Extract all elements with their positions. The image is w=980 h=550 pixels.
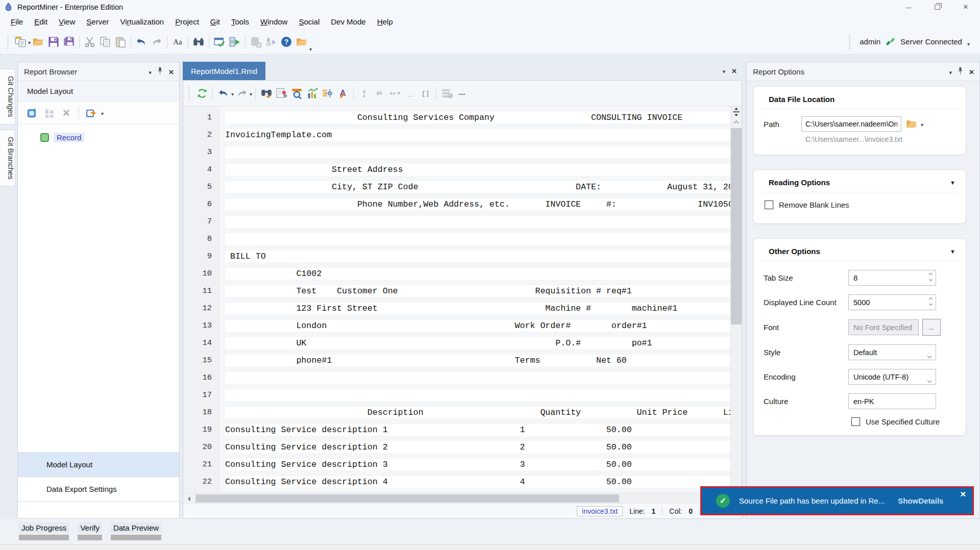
- git-side-tab[interactable]: Git Changes: [0, 69, 15, 124]
- sort-alphanumeric-button[interactable]: [387, 86, 402, 101]
- doc-line[interactable]: 1 Consulting Services Company CONSULTING…: [183, 109, 730, 126]
- panel-close-icon[interactable]: [969, 67, 974, 76]
- doc-line[interactable]: 3: [183, 143, 730, 161]
- toolbar-overflow-caret-icon[interactable]: [309, 44, 312, 53]
- doc-line[interactable]: 18 Description Quantity Unit Price Line: [183, 404, 730, 421]
- browse-folder-icon[interactable]: [906, 119, 917, 129]
- use-specified-culture-checkbox[interactable]: [851, 417, 860, 426]
- status-bar-caret-icon[interactable]: [967, 39, 970, 48]
- doc-line[interactable]: 22 Consulting Service description 4 4 50…: [183, 473, 730, 490]
- line-text[interactable]: 123 First Street Machine # machine#1: [225, 303, 730, 314]
- doc-line[interactable]: 9 BILL TO: [183, 247, 730, 265]
- find-next-button[interactable]: [259, 86, 274, 101]
- bottom-tab[interactable]: Data Preview: [111, 522, 161, 540]
- doc-line[interactable]: 20 Consulting Service description 2 2 50…: [183, 438, 730, 456]
- sort-az-button[interactable]: [357, 86, 372, 101]
- horizontal-scroll-thumb[interactable]: [195, 494, 619, 503]
- delete-node-button[interactable]: [59, 105, 74, 120]
- toolbar-grip[interactable]: [848, 35, 851, 49]
- editor-redo-button[interactable]: [234, 86, 249, 101]
- cut-button[interactable]: [82, 34, 97, 49]
- bottom-tab[interactable]: Job Progress: [19, 522, 69, 540]
- scroll-up-icon[interactable]: [734, 121, 739, 126]
- line-text[interactable]: Consulting Service description 3 3 50.00: [225, 459, 730, 470]
- menu-item[interactable]: Project: [169, 15, 205, 28]
- collapse-caret-icon[interactable]: [950, 248, 955, 255]
- preview-field-button[interactable]: [289, 86, 304, 101]
- sidebar-item-data-export-settings[interactable]: Data Export Settings: [18, 477, 179, 501]
- line-text[interactable]: Consulting Service description 4 4 50.00: [225, 476, 730, 488]
- copy-button[interactable]: [97, 34, 113, 49]
- panel-close-icon[interactable]: [168, 67, 174, 76]
- minimize-button[interactable]: [894, 0, 923, 14]
- line-text[interactable]: C1002: [225, 268, 730, 280]
- open-button[interactable]: [31, 34, 46, 49]
- doc-line[interactable]: 14 UK P.O.# po#1: [183, 334, 730, 352]
- menu-item[interactable]: File: [5, 15, 29, 28]
- font-button[interactable]: [170, 34, 185, 49]
- doc-line[interactable]: 4 Street Address: [183, 161, 730, 178]
- spin-down-icon[interactable]: [929, 302, 933, 306]
- undo-button[interactable]: [134, 34, 149, 49]
- undo-caret-icon[interactable]: [231, 89, 234, 98]
- run-report-button[interactable]: [227, 34, 242, 49]
- line-text[interactable]: [225, 372, 730, 384]
- line-text[interactable]: [225, 216, 730, 228]
- split-view-handle[interactable]: [733, 108, 740, 118]
- tab-list-caret-icon[interactable]: [723, 66, 726, 76]
- brackets-button[interactable]: [418, 86, 433, 101]
- doc-line[interactable]: 10 C1002: [183, 265, 730, 282]
- tab-reportmodel1[interactable]: ReportModel1.Rmd: [183, 62, 265, 80]
- menu-item[interactable]: Git: [205, 15, 226, 28]
- line-text[interactable]: Street Address: [225, 164, 730, 176]
- line-text[interactable]: Phone Number,Web Address, etc. INVOICE #…: [225, 198, 730, 210]
- doc-line[interactable]: 13 London Work Order# order#1: [183, 317, 730, 334]
- preview-model-button[interactable]: [212, 34, 227, 49]
- import-run-button[interactable]: [263, 34, 279, 49]
- sidebar-item-model-layout[interactable]: Model Layout: [18, 452, 179, 477]
- export-layout-button[interactable]: [84, 105, 99, 120]
- line-text[interactable]: Consulting Service description 1 1 50.00: [225, 424, 730, 436]
- doc-line[interactable]: 5 City, ST ZIP Code DATE: August 31, 202: [183, 178, 730, 195]
- add-collection-button[interactable]: [41, 105, 57, 120]
- path-history-caret-icon[interactable]: [921, 119, 923, 129]
- save-all-button[interactable]: [61, 34, 77, 49]
- verify-database-button[interactable]: [439, 86, 454, 101]
- find-button[interactable]: [191, 34, 206, 49]
- collapse-caret-icon[interactable]: [950, 180, 955, 186]
- chart-button[interactable]: [305, 86, 320, 101]
- tree-item-record[interactable]: Record: [18, 131, 179, 144]
- menu-item[interactable]: Window: [255, 15, 293, 28]
- doc-line[interactable]: 7: [183, 213, 730, 230]
- line-text[interactable]: [225, 389, 730, 401]
- tab-close-icon[interactable]: [731, 66, 737, 76]
- line-text[interactable]: London Work Order# order#1: [225, 320, 730, 332]
- horizontal-scrollbar[interactable]: [183, 493, 742, 503]
- spin-up-icon[interactable]: [929, 273, 933, 277]
- git-side-tab[interactable]: Git Branches: [0, 130, 15, 187]
- close-button[interactable]: [951, 0, 980, 14]
- save-button[interactable]: [46, 34, 61, 49]
- style-dropdown[interactable]: Default: [848, 344, 936, 360]
- redo-caret-icon[interactable]: [250, 89, 252, 98]
- menu-item[interactable]: Edit: [29, 15, 53, 28]
- doc-line[interactable]: 17: [183, 386, 730, 404]
- doc-line[interactable]: 19 Consulting Service description 1 1 50…: [183, 421, 730, 438]
- line-text[interactable]: UK P.O.# po#1: [225, 337, 730, 349]
- menu-item[interactable]: Virtualization: [115, 15, 170, 28]
- line-text[interactable]: BILL TO: [225, 251, 730, 262]
- spin-up-icon[interactable]: [929, 297, 933, 301]
- refresh-button[interactable]: [194, 86, 209, 101]
- pin-icon[interactable]: [958, 67, 963, 76]
- doc-line[interactable]: 6 Phone Number,Web Address, etc. INVOICE…: [183, 195, 730, 213]
- tab-size-stepper[interactable]: 8: [848, 270, 936, 286]
- toast-close-icon[interactable]: [960, 490, 966, 499]
- spin-down-icon[interactable]: [929, 278, 933, 281]
- paste-button[interactable]: [113, 34, 128, 49]
- menu-item[interactable]: Server: [81, 15, 114, 28]
- line-text[interactable]: phone#1 Terms Net 60: [225, 355, 730, 366]
- vertical-scrollbar[interactable]: [730, 106, 742, 493]
- underscore-button[interactable]: [403, 86, 418, 101]
- source-file-link[interactable]: invoice3.txt: [577, 506, 623, 516]
- line-text[interactable]: Consulting Services Company CONSULTING I…: [225, 112, 730, 123]
